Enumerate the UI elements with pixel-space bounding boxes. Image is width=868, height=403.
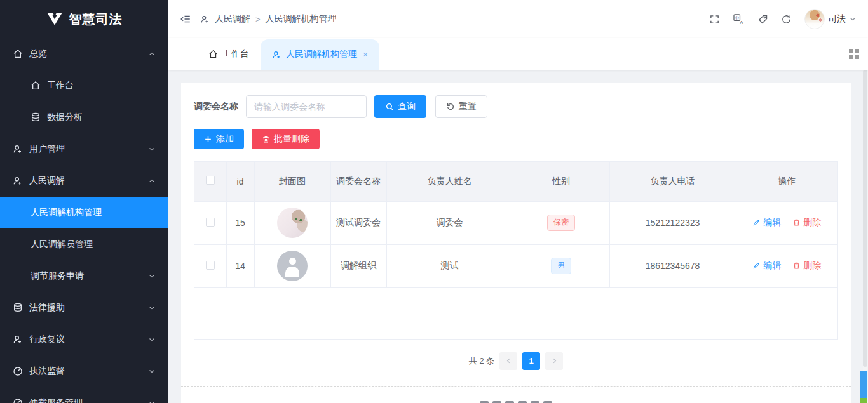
top-header: 人民调解 > 人民调解机构管理 中A 司法 bbox=[168, 0, 868, 38]
trash-icon bbox=[792, 218, 801, 227]
chevron-left-icon bbox=[505, 357, 512, 364]
tab-workbench[interactable]: 工作台 bbox=[197, 38, 261, 70]
select-all-checkbox[interactable] bbox=[206, 176, 215, 185]
chevron-down-icon bbox=[148, 336, 156, 343]
tab-label: 工作台 bbox=[222, 48, 249, 60]
reset-icon bbox=[446, 102, 455, 111]
page-number-button[interactable]: 1 bbox=[522, 352, 540, 370]
chevron-up-icon bbox=[148, 177, 156, 185]
edit-link-label: 编辑 bbox=[763, 260, 781, 272]
chevron-down-icon bbox=[849, 15, 857, 23]
sidebar-item-people-mediation[interactable]: 人民调解 bbox=[0, 165, 168, 197]
col-id: id bbox=[226, 162, 254, 201]
home-icon bbox=[31, 81, 41, 91]
batch-delete-button[interactable]: 批量删除 bbox=[252, 129, 320, 149]
sidebar: 智慧司法 总览 工作台 数据分析 用户管理 人民调解 人民调解机构管理 bbox=[0, 0, 168, 403]
trash-icon bbox=[262, 135, 270, 143]
tab-bar: 工作台 人民调解机构管理 × bbox=[168, 38, 868, 70]
trash-icon bbox=[792, 261, 801, 270]
chevron-down-icon bbox=[148, 304, 156, 312]
filter-label: 调委会名称 bbox=[194, 101, 238, 112]
menu-fold-icon[interactable] bbox=[180, 13, 191, 25]
prev-page-button[interactable] bbox=[499, 352, 517, 370]
svg-text:中: 中 bbox=[735, 15, 739, 20]
sidebar-item-label: 仲裁服务管理 bbox=[29, 397, 83, 403]
reset-button[interactable]: 重置 bbox=[435, 95, 487, 118]
sidebar-item-law-enforcement-supervision[interactable]: 执法监督 bbox=[0, 355, 168, 387]
tab-options-grid-icon[interactable] bbox=[849, 49, 859, 59]
sidebar-item-mediator-management[interactable]: 人民调解员管理 bbox=[0, 228, 168, 260]
tab-mediation-org-management[interactable]: 人民调解机构管理 × bbox=[261, 39, 379, 70]
cell-name: 调解组织 bbox=[330, 244, 386, 287]
user-menu[interactable]: 司法 bbox=[804, 9, 857, 29]
delete-link-label: 删除 bbox=[803, 217, 821, 228]
sidebar-item-label: 人民调解员管理 bbox=[31, 239, 93, 250]
chevron-up-icon bbox=[148, 50, 156, 58]
cell-phone: 15212122323 bbox=[609, 201, 736, 244]
corner-widget-green[interactable] bbox=[860, 398, 867, 403]
sidebar-item-arbitration-service[interactable]: 仲裁服务管理 bbox=[0, 387, 168, 403]
cell-id: 15 bbox=[226, 201, 254, 244]
gauge-icon bbox=[13, 398, 23, 403]
col-leader: 负责人姓名 bbox=[386, 162, 513, 201]
sidebar-item-overview[interactable]: 总览 bbox=[0, 38, 168, 70]
next-page-button[interactable] bbox=[545, 352, 563, 370]
chevron-right-icon bbox=[551, 357, 558, 364]
sidebar-item-data-analysis[interactable]: 数据分析 bbox=[0, 102, 168, 133]
fullscreen-icon[interactable] bbox=[709, 14, 720, 25]
sidebar-item-mediation-service-apply[interactable]: 调节服务申请 bbox=[0, 260, 168, 292]
sidebar-item-mediation-org-management[interactable]: 人民调解机构管理 bbox=[0, 197, 168, 228]
edit-link[interactable]: 编辑 bbox=[752, 260, 781, 272]
breadcrumb-separator: > bbox=[255, 15, 261, 24]
sidebar-item-user-management[interactable]: 用户管理 bbox=[0, 133, 168, 165]
row-checkbox[interactable] bbox=[206, 261, 215, 270]
col-ops: 操作 bbox=[736, 162, 837, 201]
sidebar-item-label: 总览 bbox=[29, 48, 47, 60]
cell-id: 14 bbox=[226, 244, 254, 287]
search-icon bbox=[385, 102, 394, 111]
corner-widget-blue[interactable] bbox=[860, 371, 867, 398]
breadcrumb-section[interactable]: 人民调解 bbox=[215, 13, 250, 25]
translate-icon[interactable]: 中A bbox=[733, 13, 745, 25]
scrollbar-thumb[interactable] bbox=[863, 70, 867, 367]
add-button[interactable]: 添加 bbox=[194, 129, 244, 149]
sidebar-item-admin-reconsideration[interactable]: 行政复议 bbox=[0, 324, 168, 355]
database-icon bbox=[31, 112, 41, 122]
sidebar-item-legal-aid[interactable]: 法律援助 bbox=[0, 292, 168, 324]
row-checkbox[interactable] bbox=[206, 218, 215, 227]
breadcrumb-page: 人民调解机构管理 bbox=[266, 13, 337, 25]
sidebar-item-label: 法律援助 bbox=[29, 302, 65, 314]
sidebar-item-label: 调节服务申请 bbox=[31, 270, 84, 282]
breadcrumb: 人民调解 > 人民调解机构管理 bbox=[200, 13, 337, 25]
cell-leader: 调委会 bbox=[386, 201, 513, 244]
gender-badge: 保密 bbox=[547, 215, 575, 231]
theme-skin-icon[interactable] bbox=[757, 14, 768, 25]
home-icon bbox=[208, 50, 218, 59]
logo[interactable]: 智慧司法 bbox=[0, 0, 168, 38]
sidebar-item-workbench[interactable]: 工作台 bbox=[0, 70, 168, 102]
table-row: 14 调解组织 测试 男 18612345678 编辑 bbox=[194, 244, 837, 287]
cover-image bbox=[277, 208, 308, 238]
col-cover: 封面图 bbox=[254, 162, 330, 201]
search-button[interactable]: 查询 bbox=[374, 95, 426, 118]
scrollbar-track bbox=[863, 70, 868, 403]
delete-link[interactable]: 删除 bbox=[792, 260, 821, 272]
delete-link[interactable]: 删除 bbox=[792, 217, 821, 228]
user-add-icon bbox=[272, 50, 281, 60]
sidebar-item-label: 执法监督 bbox=[29, 366, 65, 377]
svg-text:A: A bbox=[740, 19, 743, 25]
tab-close-icon[interactable]: × bbox=[363, 50, 368, 60]
sidebar-item-label: 数据分析 bbox=[47, 112, 83, 123]
org-name-input[interactable] bbox=[246, 95, 367, 118]
cell-leader: 测试 bbox=[386, 244, 513, 287]
col-gender: 性别 bbox=[513, 162, 609, 201]
user-add-icon bbox=[200, 15, 210, 24]
table-header-row: id 封面图 调委会名称 负责人姓名 性别 负责人电话 操作 bbox=[194, 162, 837, 201]
gender-badge: 男 bbox=[551, 258, 571, 274]
edit-link[interactable]: 编辑 bbox=[752, 217, 781, 228]
refresh-icon[interactable] bbox=[781, 14, 792, 25]
sidebar-item-label: 行政复议 bbox=[29, 334, 65, 345]
cell-phone: 18612345678 bbox=[609, 244, 736, 287]
data-table: id 封面图 调委会名称 负责人姓名 性别 负责人电话 操作 bbox=[194, 161, 838, 340]
tab-label: 人民调解机构管理 bbox=[286, 49, 357, 60]
